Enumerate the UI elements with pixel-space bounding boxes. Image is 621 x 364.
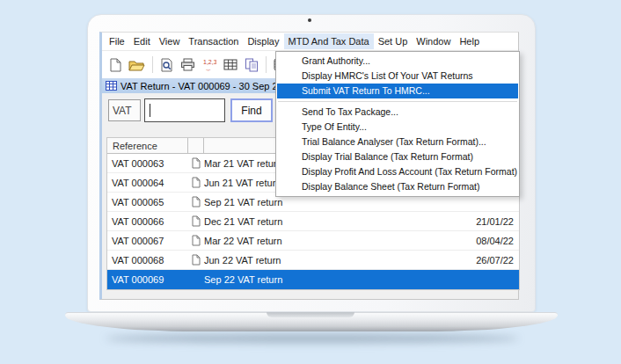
menu-item-send-to-tax-package[interactable]: Send To Tax Package... (276, 105, 519, 120)
table-row[interactable]: VAT 000067 Mar 22 VAT return 08/04/22 (107, 231, 519, 251)
laptop-shadow (106, 334, 519, 343)
vat-field-label: VAT (108, 99, 141, 121)
window-title: VAT Return - VAT 000069 - 30 Sep 2022 (121, 81, 294, 91)
menu-help[interactable]: Help (455, 33, 484, 49)
menu-item-trial-balance-analyser[interactable]: Trial Balance Analyser (Tax Return Forma… (276, 135, 519, 149)
menu-view[interactable]: View (155, 33, 185, 49)
webcam-dot (308, 18, 311, 22)
menu-bar: File Edit View Transaction Display MTD A… (102, 33, 518, 51)
document-icon (188, 157, 204, 169)
tax-123-icon[interactable]: 1,2,3.‚. (202, 58, 216, 72)
menu-set-up[interactable]: Set Up (374, 33, 413, 49)
app-window: File Edit View Transaction Display MTD A… (99, 32, 519, 300)
toolbar-separator (266, 56, 267, 73)
print-preview-icon[interactable] (160, 58, 173, 72)
toolbar-separator (152, 56, 153, 73)
menu-mtd-and-tax-data[interactable]: MTD And Tax Data (284, 33, 374, 49)
table-grid-icon[interactable] (223, 59, 237, 70)
copy-icon[interactable] (245, 58, 259, 72)
cell-date: 26/07/22 (457, 255, 519, 266)
document-icon (188, 254, 204, 266)
document-icon (188, 177, 204, 188)
text-caret (150, 104, 150, 117)
laptop-base-notch (267, 312, 354, 317)
svg-text:1,2,3: 1,2,3 (203, 59, 216, 65)
cell-reference: VAT 000067 (107, 236, 188, 246)
new-document-icon[interactable] (109, 58, 121, 72)
menu-item-display-trial-balance[interactable]: Display Trial Balance (Tax Return Format… (276, 149, 519, 164)
menu-window[interactable]: Window (412, 33, 455, 49)
svg-text:.‚.: .‚. (206, 65, 211, 71)
column-header-reference[interactable]: Reference (107, 138, 188, 154)
cell-date: 08/04/22 (457, 236, 519, 246)
vat-table-icon (106, 81, 117, 91)
cell-description: Sep 22 VAT return (204, 274, 457, 285)
cell-description: Dec 21 VAT return (204, 216, 457, 227)
menu-separator (278, 101, 517, 102)
menu-display[interactable]: Display (243, 33, 283, 49)
menu-item-display-balance-sheet[interactable]: Display Balance Sheet (Tax Return Format… (276, 179, 519, 194)
menu-file[interactable]: File (105, 33, 129, 49)
document-icon (188, 215, 204, 227)
document-icon (188, 196, 204, 207)
cell-description: Jun 22 VAT return (204, 255, 457, 266)
menu-item-type-of-entity[interactable]: Type Of Entity... (276, 120, 519, 135)
menu-item-display-hmrc-list[interactable]: Display HMRC's List Of Your VAT Returns (276, 69, 519, 84)
document-icon (188, 235, 204, 246)
menu-item-display-profit-and-loss[interactable]: Display Profit And Loss Account (Tax Ret… (276, 164, 519, 179)
column-header-icon[interactable] (188, 138, 204, 154)
cell-reference: VAT 000064 (107, 178, 188, 188)
open-folder-icon[interactable] (128, 59, 145, 71)
cell-date: 21/01/22 (457, 216, 519, 227)
menu-transaction[interactable]: Transaction (184, 33, 243, 49)
table-row[interactable]: VAT 000068 Jun 22 VAT return 26/07/22 (107, 251, 519, 270)
cell-description: Sep 21 VAT return (204, 197, 457, 207)
print-icon[interactable] (180, 58, 195, 71)
menu-item-submit-vat-return[interactable]: Submit VAT Return To HMRC... (277, 84, 518, 98)
menu-item-grant-authority[interactable]: Grant Authority... (276, 54, 519, 69)
search-input[interactable] (144, 98, 225, 122)
cell-reference: VAT 000063 (107, 158, 188, 169)
cell-description: Mar 22 VAT return (204, 236, 457, 246)
menu-edit[interactable]: Edit (129, 33, 155, 49)
document-icon (188, 274, 204, 286)
scene: File Edit View Transaction Display MTD A… (0, 0, 621, 364)
cell-reference: VAT 000069 (107, 274, 188, 285)
table-row[interactable]: VAT 000066 Dec 21 VAT return 21/01/22 (107, 212, 519, 231)
table-row-selected[interactable]: VAT 000069 Sep 22 VAT return (107, 270, 519, 289)
find-button[interactable]: Find (230, 98, 273, 122)
cell-reference: VAT 000068 (107, 255, 188, 266)
mtd-dropdown-menu: Grant Authority... Display HMRC's List O… (275, 51, 520, 197)
cell-reference: VAT 000065 (107, 197, 188, 207)
cell-reference: VAT 000066 (107, 216, 188, 227)
